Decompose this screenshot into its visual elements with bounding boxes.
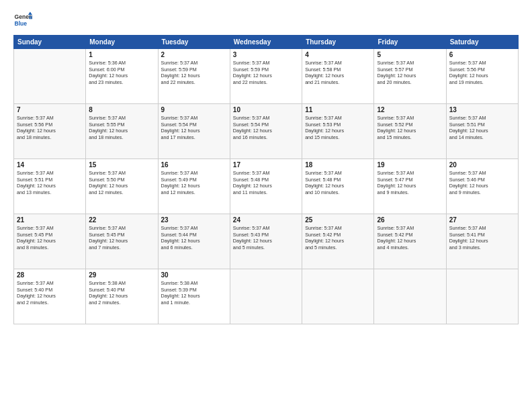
day-cell: 7Sunrise: 5:37 AM Sunset: 5:56 PM Daylig…	[14, 104, 86, 159]
day-number: 20	[449, 161, 515, 169]
week-row-1: 1Sunrise: 5:36 AM Sunset: 6:00 PM Daylig…	[14, 49, 519, 104]
svg-text:Blue: Blue	[15, 20, 28, 27]
day-cell	[230, 269, 302, 324]
day-number: 23	[161, 216, 227, 224]
day-info: Sunrise: 5:37 AM Sunset: 5:52 PM Dayligh…	[377, 115, 443, 141]
week-row-5: 28Sunrise: 5:37 AM Sunset: 5:40 PM Dayli…	[14, 269, 519, 324]
header: General Blue	[13, 11, 519, 30]
col-header-wednesday: Wednesday	[230, 36, 302, 49]
day-cell: 11Sunrise: 5:37 AM Sunset: 5:53 PM Dayli…	[302, 104, 374, 159]
day-cell: 10Sunrise: 5:37 AM Sunset: 5:54 PM Dayli…	[230, 104, 302, 159]
day-info: Sunrise: 5:37 AM Sunset: 5:51 PM Dayligh…	[449, 115, 515, 141]
day-cell	[302, 269, 374, 324]
day-number: 16	[161, 161, 227, 169]
day-number: 7	[17, 106, 83, 113]
day-number: 21	[17, 216, 83, 224]
day-info: Sunrise: 5:37 AM Sunset: 5:46 PM Dayligh…	[449, 170, 515, 196]
day-info: Sunrise: 5:38 AM Sunset: 5:40 PM Dayligh…	[89, 280, 154, 306]
day-number: 22	[89, 216, 154, 224]
day-cell: 13Sunrise: 5:37 AM Sunset: 5:51 PM Dayli…	[446, 104, 518, 159]
day-info: Sunrise: 5:37 AM Sunset: 5:57 PM Dayligh…	[377, 60, 443, 86]
day-info: Sunrise: 5:37 AM Sunset: 5:54 PM Dayligh…	[161, 115, 227, 141]
day-info: Sunrise: 5:37 AM Sunset: 5:50 PM Dayligh…	[89, 170, 154, 196]
day-cell: 3Sunrise: 5:37 AM Sunset: 5:59 PM Daylig…	[230, 49, 302, 104]
day-number: 4	[305, 51, 371, 58]
day-cell: 16Sunrise: 5:37 AM Sunset: 5:49 PM Dayli…	[158, 159, 230, 214]
day-info: Sunrise: 5:37 AM Sunset: 5:44 PM Dayligh…	[161, 225, 227, 251]
day-info: Sunrise: 5:37 AM Sunset: 5:53 PM Dayligh…	[305, 115, 371, 141]
day-number: 13	[449, 106, 515, 113]
day-info: Sunrise: 5:37 AM Sunset: 5:59 PM Dayligh…	[161, 60, 227, 86]
day-cell: 5Sunrise: 5:37 AM Sunset: 5:57 PM Daylig…	[374, 49, 446, 104]
day-cell: 21Sunrise: 5:37 AM Sunset: 5:45 PM Dayli…	[14, 214, 86, 269]
day-info: Sunrise: 5:36 AM Sunset: 6:00 PM Dayligh…	[89, 60, 154, 86]
day-number: 27	[449, 216, 515, 224]
week-row-4: 21Sunrise: 5:37 AM Sunset: 5:45 PM Dayli…	[14, 214, 519, 269]
day-info: Sunrise: 5:37 AM Sunset: 5:56 PM Dayligh…	[449, 60, 515, 86]
day-info: Sunrise: 5:37 AM Sunset: 5:56 PM Dayligh…	[17, 115, 83, 141]
day-cell: 26Sunrise: 5:37 AM Sunset: 5:42 PM Dayli…	[374, 214, 446, 269]
day-cell: 12Sunrise: 5:37 AM Sunset: 5:52 PM Dayli…	[374, 104, 446, 159]
day-info: Sunrise: 5:37 AM Sunset: 5:58 PM Dayligh…	[305, 60, 371, 86]
day-cell: 2Sunrise: 5:37 AM Sunset: 5:59 PM Daylig…	[158, 49, 230, 104]
day-cell: 4Sunrise: 5:37 AM Sunset: 5:58 PM Daylig…	[302, 49, 374, 104]
day-cell: 6Sunrise: 5:37 AM Sunset: 5:56 PM Daylig…	[446, 49, 518, 104]
day-cell: 15Sunrise: 5:37 AM Sunset: 5:50 PM Dayli…	[86, 159, 158, 214]
day-number: 1	[89, 51, 154, 58]
day-info: Sunrise: 5:37 AM Sunset: 5:54 PM Dayligh…	[233, 115, 299, 141]
day-cell: 17Sunrise: 5:37 AM Sunset: 5:48 PM Dayli…	[230, 159, 302, 214]
day-number: 28	[17, 271, 83, 279]
day-info: Sunrise: 5:37 AM Sunset: 5:40 PM Dayligh…	[17, 280, 83, 306]
week-row-2: 7Sunrise: 5:37 AM Sunset: 5:56 PM Daylig…	[14, 104, 519, 159]
day-number: 18	[305, 161, 371, 169]
day-cell: 24Sunrise: 5:37 AM Sunset: 5:43 PM Dayli…	[230, 214, 302, 269]
col-header-thursday: Thursday	[302, 36, 374, 49]
day-info: Sunrise: 5:37 AM Sunset: 5:47 PM Dayligh…	[377, 170, 443, 196]
day-cell: 28Sunrise: 5:37 AM Sunset: 5:40 PM Dayli…	[14, 269, 86, 324]
day-cell	[374, 269, 446, 324]
day-info: Sunrise: 5:37 AM Sunset: 5:48 PM Dayligh…	[233, 170, 299, 196]
day-number: 6	[449, 51, 515, 58]
col-header-friday: Friday	[374, 36, 446, 49]
calendar-table: SundayMondayTuesdayWednesdayThursdayFrid…	[13, 35, 519, 324]
day-number: 14	[17, 161, 83, 169]
day-number: 2	[161, 51, 227, 58]
day-cell: 25Sunrise: 5:37 AM Sunset: 5:42 PM Dayli…	[302, 214, 374, 269]
day-cell	[446, 269, 518, 324]
col-header-sunday: Sunday	[14, 36, 86, 49]
day-cell	[14, 49, 86, 104]
day-cell: 8Sunrise: 5:37 AM Sunset: 5:55 PM Daylig…	[86, 104, 158, 159]
day-info: Sunrise: 5:37 AM Sunset: 5:41 PM Dayligh…	[449, 225, 515, 251]
day-number: 15	[89, 161, 154, 169]
day-number: 25	[305, 216, 371, 224]
day-number: 5	[377, 51, 443, 58]
day-info: Sunrise: 5:37 AM Sunset: 5:45 PM Dayligh…	[17, 225, 83, 251]
day-info: Sunrise: 5:37 AM Sunset: 5:51 PM Dayligh…	[17, 170, 83, 196]
day-cell: 14Sunrise: 5:37 AM Sunset: 5:51 PM Dayli…	[14, 159, 86, 214]
day-cell: 23Sunrise: 5:37 AM Sunset: 5:44 PM Dayli…	[158, 214, 230, 269]
day-number: 3	[233, 51, 299, 58]
day-cell: 27Sunrise: 5:37 AM Sunset: 5:41 PM Dayli…	[446, 214, 518, 269]
week-row-3: 14Sunrise: 5:37 AM Sunset: 5:51 PM Dayli…	[14, 159, 519, 214]
col-header-monday: Monday	[86, 36, 158, 49]
day-info: Sunrise: 5:37 AM Sunset: 5:48 PM Dayligh…	[305, 170, 371, 196]
day-number: 9	[161, 106, 227, 113]
day-number: 11	[305, 106, 371, 113]
day-info: Sunrise: 5:37 AM Sunset: 5:49 PM Dayligh…	[161, 170, 227, 196]
day-cell: 18Sunrise: 5:37 AM Sunset: 5:48 PM Dayli…	[302, 159, 374, 214]
calendar-page: General Blue SundayMondayTuesdayWednesda…	[0, 0, 532, 411]
day-info: Sunrise: 5:37 AM Sunset: 5:45 PM Dayligh…	[89, 225, 154, 251]
day-cell: 9Sunrise: 5:37 AM Sunset: 5:54 PM Daylig…	[158, 104, 230, 159]
day-cell: 22Sunrise: 5:37 AM Sunset: 5:45 PM Dayli…	[86, 214, 158, 269]
day-info: Sunrise: 5:38 AM Sunset: 5:39 PM Dayligh…	[161, 280, 227, 306]
logo-icon: General Blue	[13, 11, 32, 30]
day-cell: 19Sunrise: 5:37 AM Sunset: 5:47 PM Dayli…	[374, 159, 446, 214]
col-header-saturday: Saturday	[446, 36, 518, 49]
col-header-tuesday: Tuesday	[158, 36, 230, 49]
svg-marker-3	[29, 16, 32, 19]
day-number: 12	[377, 106, 443, 113]
day-number: 30	[161, 271, 227, 279]
day-info: Sunrise: 5:37 AM Sunset: 5:42 PM Dayligh…	[377, 225, 443, 251]
day-number: 10	[233, 106, 299, 113]
day-info: Sunrise: 5:37 AM Sunset: 5:59 PM Dayligh…	[233, 60, 299, 86]
